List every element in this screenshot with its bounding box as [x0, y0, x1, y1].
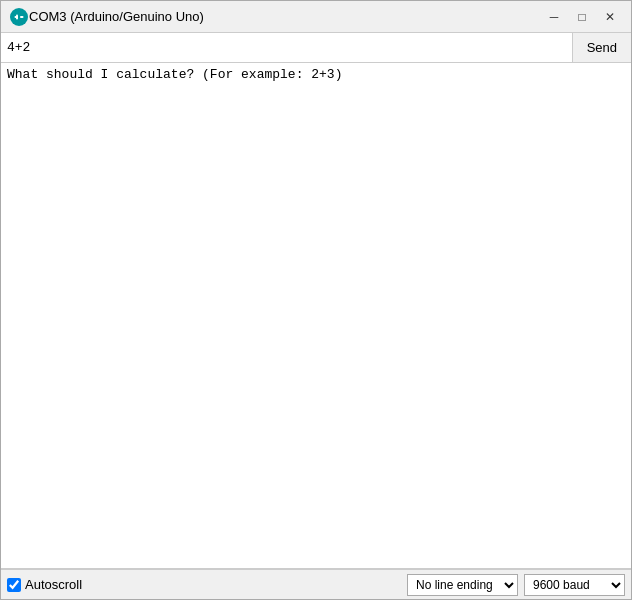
serial-output-area: What should I calculate? (For example: 2…	[1, 63, 631, 569]
line-ending-select[interactable]: No line ending Newline Carriage return B…	[407, 574, 518, 596]
svg-rect-3	[20, 16, 24, 18]
svg-rect-2	[16, 14, 18, 19]
serial-output-text: What should I calculate? (For example: 2…	[7, 67, 625, 82]
title-bar: COM3 (Arduino/Genuino Uno) ─ □ ✕	[1, 1, 631, 33]
minimize-button[interactable]: ─	[541, 5, 567, 29]
arduino-serial-monitor-window: COM3 (Arduino/Genuino Uno) ─ □ ✕ Send Wh…	[0, 0, 632, 600]
status-right: No line ending Newline Carriage return B…	[407, 574, 625, 596]
close-button[interactable]: ✕	[597, 5, 623, 29]
window-title: COM3 (Arduino/Genuino Uno)	[29, 9, 541, 24]
status-bar: Autoscroll No line ending Newline Carria…	[1, 569, 631, 599]
autoscroll-checkbox[interactable]	[7, 578, 21, 592]
baud-rate-select[interactable]: 300 baud 1200 baud 2400 baud 4800 baud 9…	[524, 574, 625, 596]
app-icon	[9, 7, 29, 27]
maximize-button[interactable]: □	[569, 5, 595, 29]
send-button[interactable]: Send	[572, 33, 631, 62]
autoscroll-label: Autoscroll	[25, 577, 82, 592]
svg-point-0	[10, 8, 28, 26]
autoscroll-area: Autoscroll	[7, 577, 407, 592]
input-bar: Send	[1, 33, 631, 63]
window-controls: ─ □ ✕	[541, 5, 623, 29]
serial-input[interactable]	[1, 33, 572, 62]
